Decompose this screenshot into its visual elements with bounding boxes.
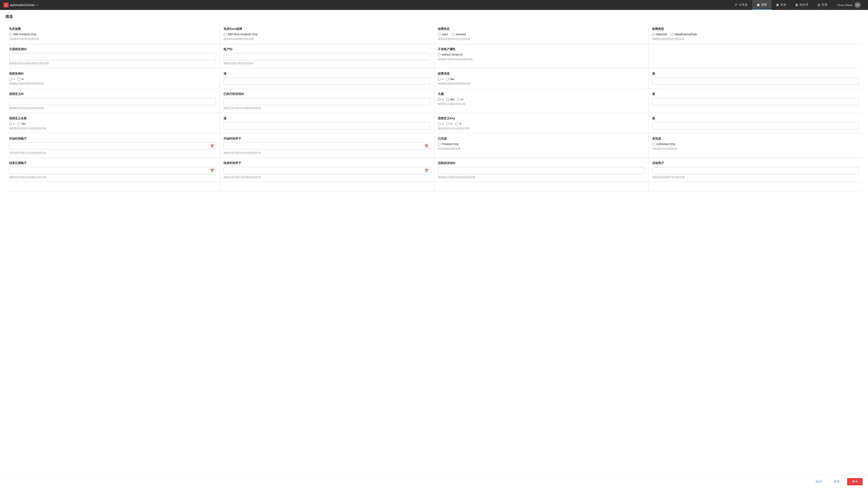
query-button[interactable]: 查询	[847, 478, 863, 485]
user-menu[interactable]: Shao Blade SB	[834, 2, 864, 8]
filter-row-1: 包含故障 With Incidents Only 仅搜索包含故障的流程实例 包含…	[5, 24, 863, 44]
filter-cell-more-2	[220, 182, 434, 191]
nav-item-flow[interactable]: ▣ 流程	[752, 0, 772, 10]
filter-cell-tenant-id: 租户ID 搜索指定租户ID的流程实例	[220, 44, 434, 68]
process-def-key-in-radio[interactable]	[455, 123, 458, 125]
end-date-after-calendar-icon[interactable]: 📅	[210, 169, 214, 172]
not-completed-option[interactable]: Unfinished Only	[652, 142, 675, 146]
incident-type-failed-ext-radio[interactable]	[671, 33, 674, 36]
incident-message-eq[interactable]: =	[438, 77, 443, 80]
incident-message-like-radio[interactable]	[446, 78, 449, 80]
process-def-key-eq[interactable]: =	[438, 122, 443, 125]
end-date-after-input[interactable]	[9, 167, 216, 174]
filter-cell-value5: 值	[648, 113, 863, 133]
filter-cell-not-completed: 未完成 Unfinished Only 还在进行中的流程实例	[648, 133, 863, 158]
process-def-name-eq-radio[interactable]	[9, 123, 12, 125]
process-def-id-label: 流程定义ID	[9, 92, 216, 96]
value2-input[interactable]	[652, 77, 859, 85]
include-incidents-option[interactable]: With Incidents Only	[9, 33, 36, 36]
parent-instance-id-hint: 搜索指定的父流程实例ID的流程实例	[9, 62, 216, 65]
incident-type-failed-job[interactable]: failedJob	[652, 33, 667, 36]
process-instance-id-label: 流程实例ID	[9, 72, 216, 76]
dropdown-icon[interactable]: ▾	[36, 4, 38, 6]
nav-item-deploy[interactable]: ▤ 部署	[813, 0, 832, 10]
include-incidents-radio[interactable]	[9, 33, 12, 36]
nav-item-batch[interactable]: ▦ 批处理	[791, 0, 813, 10]
process-instance-id-in-radio[interactable]	[18, 78, 20, 80]
filter-row-7: 结束日期晚于 📅 搜索在此日期之后结束的流程实例 结束时间早于 📅 搜索在此日期…	[5, 158, 863, 182]
filter-cell-no-tenant: 不含租户属性 without Tenant Id 仅搜索不包含Tenant的流程…	[434, 44, 648, 68]
tenant-id-input[interactable]	[223, 53, 430, 60]
start-user-input[interactable]	[652, 167, 859, 174]
theme-in[interactable]: in	[457, 98, 463, 101]
process-instance-id-in[interactable]: in	[18, 77, 24, 80]
incident-message-eq-radio[interactable]	[438, 78, 441, 80]
root-incidents-option[interactable]: With Root Incidents Only	[223, 33, 257, 36]
theme-eq[interactable]: =	[438, 98, 443, 101]
end-date-after-label: 结束日期晚于	[9, 161, 216, 165]
completed-radio[interactable]	[438, 143, 441, 146]
include-incidents-radio-group: With Incidents Only	[9, 33, 216, 36]
theme-hint: 搜索指定主题的流程实例	[438, 102, 645, 106]
theme-like-label: like	[450, 98, 454, 101]
start-time-before-hint: 搜索在此日期之前启动的流程实例	[223, 151, 430, 155]
process-def-key-neq-radio[interactable]	[446, 123, 449, 125]
incident-message-like[interactable]: like	[446, 77, 454, 80]
start-time-after-calendar-icon[interactable]: 📅	[210, 144, 214, 148]
process-instance-id-eq[interactable]: =	[9, 77, 15, 80]
reset-button[interactable]: 重置	[829, 478, 844, 485]
completed-option[interactable]: Finished Only	[438, 142, 458, 146]
process-def-name-like-radio[interactable]	[18, 123, 20, 125]
no-tenant-option[interactable]: without Tenant Id	[438, 53, 463, 56]
process-def-key-neq[interactable]: !=	[446, 122, 453, 125]
incident-type-failed-job-radio[interactable]	[652, 33, 655, 36]
active-activity-id-input[interactable]	[438, 167, 645, 174]
parent-instance-id-input[interactable]	[9, 53, 216, 60]
incident-type-failed-ext-label: failedExternalTask	[675, 33, 697, 36]
filter-row-5: 流程定义名称 = like 搜索指定流程定义名称的流程实例 值 流程定义Key	[5, 113, 863, 133]
app-name: automationCenter	[10, 3, 35, 7]
root-incidents-radio[interactable]	[223, 33, 226, 36]
start-time-before-calendar-icon[interactable]: 📅	[425, 144, 428, 148]
value5-input[interactable]	[652, 122, 859, 129]
incident-status-open-radio[interactable]	[438, 33, 441, 36]
no-tenant-radio[interactable]	[438, 53, 441, 56]
value4-input[interactable]	[223, 122, 430, 129]
theme-eq-radio[interactable]	[438, 98, 441, 101]
end-time-before-input[interactable]	[223, 167, 430, 174]
start-time-before-input-container: 📅	[223, 142, 430, 150]
tenant-id-label: 租户ID	[223, 47, 430, 51]
theme-in-radio[interactable]	[457, 98, 460, 101]
filter-cell-more-1	[5, 182, 220, 191]
process-def-key-in[interactable]: in	[455, 122, 461, 125]
value3-input[interactable]	[652, 98, 859, 105]
not-completed-radio-group: Unfinished Only	[652, 142, 859, 146]
cancel-button[interactable]: 取消	[811, 478, 827, 485]
incident-type-hint: 搜索指定故障类型的流程实例	[652, 37, 859, 41]
incident-status-resolved-radio[interactable]	[452, 33, 455, 36]
incident-type-failed-ext[interactable]: failedExternalTask	[671, 33, 697, 36]
process-def-name-like-label: like	[22, 122, 26, 125]
nav-item-decision[interactable]: ▣ 决策	[772, 0, 791, 10]
start-time-before-input[interactable]	[223, 142, 430, 150]
nav-item-dashboard[interactable]: ⟳ 仪表盘	[730, 0, 752, 10]
incident-status-resolved[interactable]: resolved	[452, 33, 466, 36]
include-incidents-label: 包含故障	[9, 27, 216, 31]
value4-label: 值	[223, 116, 430, 121]
process-def-id-input[interactable]	[9, 98, 216, 105]
filter-cell-value4: 值	[220, 113, 434, 133]
incident-status-open[interactable]: open	[438, 33, 448, 36]
process-def-key-eq-radio[interactable]	[438, 123, 441, 125]
nav-item-dashboard-label: 仪表盘	[739, 3, 748, 7]
app-logo[interactable]: e automationCenter ▾	[4, 2, 38, 7]
end-time-before-calendar-icon[interactable]: 📅	[425, 169, 428, 172]
process-instance-id-eq-radio[interactable]	[9, 78, 12, 80]
executed-activity-id-input[interactable]	[223, 98, 430, 105]
theme-like-radio[interactable]	[446, 98, 449, 101]
process-def-name-like[interactable]: like	[18, 122, 26, 125]
value1-input[interactable]	[223, 77, 430, 85]
not-completed-radio[interactable]	[652, 143, 655, 146]
theme-like[interactable]: like	[446, 98, 454, 101]
process-def-name-eq[interactable]: =	[9, 122, 15, 125]
start-time-after-input[interactable]	[9, 142, 216, 150]
